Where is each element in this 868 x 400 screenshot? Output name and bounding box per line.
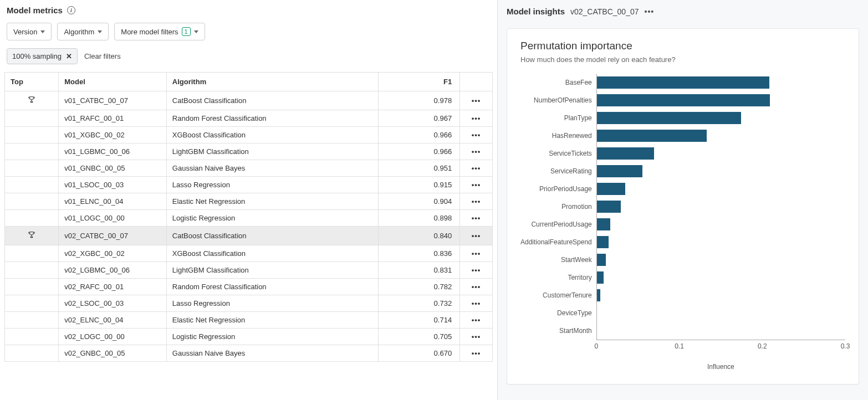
row-actions-button[interactable]: ••• <box>460 262 493 279</box>
chart-bar[interactable] <box>597 271 604 284</box>
row-actions-button[interactable]: ••• <box>460 227 493 245</box>
chart-bar-row <box>597 145 845 162</box>
row-actions-button[interactable]: ••• <box>460 127 493 143</box>
row-actions-button[interactable]: ••• <box>460 210 493 227</box>
row-actions-button[interactable]: ••• <box>460 329 493 345</box>
row-actions-button[interactable]: ••• <box>460 143 493 160</box>
chart-x-tick: 0 <box>594 342 598 350</box>
row-actions-button[interactable]: ••• <box>460 345 493 362</box>
chart-y-label: HasRenewed <box>520 127 592 145</box>
table-row[interactable]: v01_GNBC_00_05Gaussian Naive Bayes0.951•… <box>5 160 493 177</box>
table-row[interactable]: v01_LSOC_00_03Lasso Regression0.915••• <box>5 177 493 193</box>
row-actions-button[interactable]: ••• <box>460 193 493 210</box>
chart-y-label: ServiceTickets <box>520 145 592 162</box>
table-row[interactable]: v01_XGBC_00_02XGBoost Classification0.96… <box>5 127 493 143</box>
row-actions-button[interactable]: ••• <box>460 160 493 177</box>
row-actions-button[interactable]: ••• <box>460 312 493 329</box>
more-filters-button[interactable]: More model filters 1 <box>114 23 205 40</box>
chart-title: Permutation importance <box>520 40 845 52</box>
column-model[interactable]: Model <box>59 73 167 91</box>
algorithm-filter-button[interactable]: Algorithm <box>57 23 109 40</box>
chart-y-label: BaseFee <box>520 74 592 91</box>
f1-cell: 0.898 <box>379 210 460 227</box>
chart-bar[interactable] <box>597 165 642 177</box>
chart-bar[interactable] <box>597 76 769 89</box>
chart-y-label: Promotion <box>520 198 592 216</box>
algorithm-filter-label: Algorithm <box>64 28 94 36</box>
table-row[interactable]: v02_LOGC_00_00Logistic Regression0.705••… <box>5 329 493 345</box>
algorithm-cell: Logistic Regression <box>166 210 378 227</box>
model-cell: v01_LSOC_00_03 <box>59 177 167 193</box>
chart-x-label: Influence <box>596 363 845 371</box>
row-actions-button[interactable]: ••• <box>460 177 493 193</box>
chart-bar[interactable] <box>597 218 610 230</box>
table-row[interactable]: v02_LGBMC_00_06LightGBM Classification0.… <box>5 262 493 279</box>
chart-y-label: NumberOfPenalties <box>520 91 592 109</box>
chart-bar[interactable] <box>597 183 625 195</box>
version-filter-button[interactable]: Version <box>7 23 52 40</box>
chart-bar-row <box>597 269 845 286</box>
table-row[interactable]: v02_LSOC_00_03Lasso Regression0.732••• <box>5 295 493 312</box>
info-icon[interactable]: i <box>67 6 75 14</box>
table-row[interactable]: v02_CATBC_00_07CatBoost Classification0.… <box>5 227 493 245</box>
chart-bars <box>596 74 845 340</box>
insights-model-name: v02_CATBC_00_07 <box>570 7 639 16</box>
table-header-row: Top Model Algorithm F1 <box>5 73 493 91</box>
chart-bar[interactable] <box>597 94 770 106</box>
active-filters-row: 100% sampling ✕ Clear filters <box>4 48 493 64</box>
table-row[interactable]: v01_LGBMC_00_06LightGBM Classification0.… <box>5 143 493 160</box>
f1-cell: 0.705 <box>379 329 460 345</box>
chart-bar[interactable] <box>597 147 654 160</box>
table-row[interactable]: v02_XGBC_00_02XGBoost Classification0.83… <box>5 245 493 262</box>
version-filter-label: Version <box>13 28 37 36</box>
chart-bar[interactable] <box>597 201 621 213</box>
clear-filters-link[interactable]: Clear filters <box>84 52 121 60</box>
top-cell <box>5 329 59 345</box>
top-cell <box>5 262 59 279</box>
row-actions-button[interactable]: ••• <box>460 295 493 312</box>
insights-more-icon[interactable]: ••• <box>644 7 654 16</box>
chart-bar[interactable] <box>597 289 600 301</box>
table-row[interactable]: v01_ELNC_00_04Elastic Net Regression0.90… <box>5 193 493 210</box>
insights-title: Model insights <box>507 7 565 16</box>
algorithm-cell: Lasso Regression <box>166 177 378 193</box>
close-icon[interactable]: ✕ <box>66 52 72 60</box>
column-algorithm[interactable]: Algorithm <box>166 73 378 91</box>
f1-cell: 0.714 <box>379 312 460 329</box>
f1-cell: 0.836 <box>379 245 460 262</box>
row-actions-button[interactable]: ••• <box>460 91 493 110</box>
f1-cell: 0.840 <box>379 227 460 245</box>
chart-bar[interactable] <box>597 112 741 124</box>
chart-bar[interactable] <box>597 130 707 142</box>
chart-bar-row <box>597 162 845 180</box>
chart-bar-row <box>597 74 845 91</box>
column-f1[interactable]: F1 <box>379 73 460 91</box>
table-row[interactable]: v01_RAFC_00_01Random Forest Classificati… <box>5 110 493 127</box>
model-cell: v01_LOGC_00_00 <box>59 210 167 227</box>
sampling-chip[interactable]: 100% sampling ✕ <box>7 48 78 64</box>
table-row[interactable]: v02_GNBC_00_05Gaussian Naive Bayes0.670•… <box>5 345 493 362</box>
row-actions-button[interactable]: ••• <box>460 110 493 127</box>
chart-y-labels: BaseFeeNumberOfPenaltiesPlanTypeHasRenew… <box>520 74 596 371</box>
algorithm-cell: CatBoost Classification <box>166 227 378 245</box>
trophy-icon <box>27 230 36 239</box>
table-row[interactable]: v01_LOGC_00_00Logistic Regression0.898••… <box>5 210 493 227</box>
chart-bar[interactable] <box>597 236 609 248</box>
filters-row: Version Algorithm More model filters 1 <box>4 23 493 40</box>
chart-bar-row <box>597 304 845 322</box>
table-row[interactable]: v01_CATBC_00_07CatBoost Classification0.… <box>5 91 493 110</box>
column-top[interactable]: Top <box>5 73 59 91</box>
model-cell: v01_RAFC_00_01 <box>59 110 167 127</box>
row-actions-button[interactable]: ••• <box>460 245 493 262</box>
more-filters-badge: 1 <box>182 27 191 36</box>
row-actions-button[interactable]: ••• <box>460 279 493 295</box>
top-cell <box>5 345 59 362</box>
insights-header: Model insights v02_CATBC_00_07 ••• <box>507 7 859 16</box>
algorithm-cell: XGBoost Classification <box>166 127 378 143</box>
top-cell <box>5 279 59 295</box>
table-row[interactable]: v02_RAFC_00_01Random Forest Classificati… <box>5 279 493 295</box>
algorithm-cell: CatBoost Classification <box>166 91 378 110</box>
table-row[interactable]: v02_ELNC_00_04Elastic Net Regression0.71… <box>5 312 493 329</box>
chart-y-label: ServiceRating <box>520 162 592 180</box>
chart-bar[interactable] <box>597 254 606 266</box>
